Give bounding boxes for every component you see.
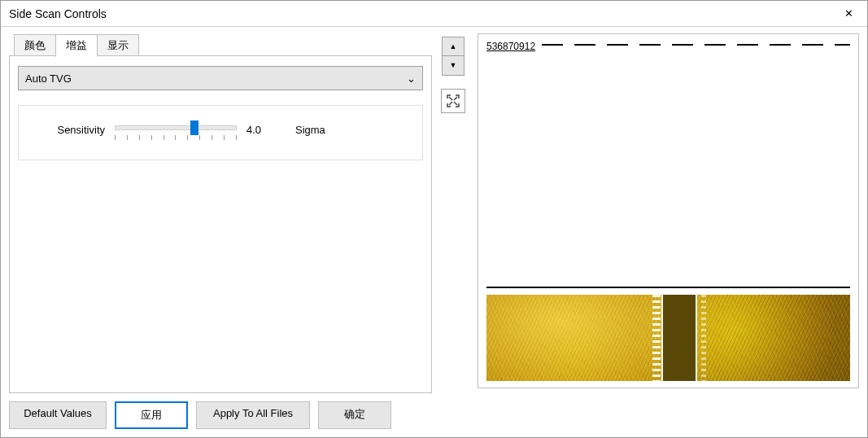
tvg-mode-dropdown[interactable]: Auto TVG ⌄ — [18, 66, 423, 90]
preview-controls-column: ▲ ▼ — [437, 33, 469, 429]
nadir-track — [661, 295, 697, 381]
preview-spacer — [486, 194, 850, 280]
nadir-line-right — [696, 295, 697, 381]
expand-icon — [446, 94, 460, 108]
preview-scale-area: 536870912 — [486, 41, 850, 194]
sensitivity-group: Sensitivity 4.0 Sigma — [18, 105, 423, 160]
sensitivity-unit: Sigma — [295, 124, 325, 136]
slider-rail — [115, 125, 237, 130]
nadir-edge-left — [652, 295, 661, 381]
controls-column: 颜色 增益 显示 Auto TVG ⌄ Sensitivity — [9, 33, 432, 429]
arrow-down-icon: ▼ — [450, 62, 457, 69]
slider-ticks — [115, 135, 237, 142]
close-button[interactable]: ✕ — [831, 1, 867, 27]
side-scan-controls-dialog: Side Scan Controls ✕ 颜色 增益 显示 Auto TVG ⌄… — [0, 0, 868, 438]
tab-color[interactable]: 颜色 — [14, 34, 56, 57]
updown-stepper: ▲ ▼ — [442, 37, 465, 76]
dialog-body: 颜色 增益 显示 Auto TVG ⌄ Sensitivity — [1, 27, 867, 437]
slider-thumb[interactable] — [190, 120, 198, 135]
preview-pane: 536870912 — [478, 33, 859, 388]
step-down-button[interactable]: ▼ — [442, 56, 465, 76]
sensitivity-slider[interactable] — [115, 117, 237, 142]
arrow-up-icon: ▲ — [450, 43, 457, 50]
sensitivity-label: Sensitivity — [32, 124, 105, 136]
preview-column: 536870912 — [478, 33, 859, 429]
scale-ruler — [542, 44, 850, 46]
tab-gain[interactable]: 增益 — [55, 34, 98, 57]
tab-display[interactable]: 显示 — [97, 34, 139, 57]
preview-divider — [486, 287, 850, 288]
sonar-waterfall-image — [486, 295, 850, 381]
chevron-down-icon: ⌄ — [407, 73, 416, 84]
scale-value: 536870912 — [486, 41, 535, 52]
nadir-fill — [663, 295, 696, 381]
gain-panel: Auto TVG ⌄ Sensitivity 4.0 Sigma — [9, 55, 432, 393]
apply-all-button[interactable]: Apply To All Files — [196, 401, 310, 429]
button-row: Default Values 应用 Apply To All Files 确定 — [9, 401, 432, 429]
sensitivity-value: 4.0 — [246, 124, 271, 136]
nadir-edge-right — [701, 295, 706, 381]
ok-button[interactable]: 确定 — [318, 401, 391, 429]
tabs: 颜色 增益 显示 — [9, 33, 432, 56]
step-up-button[interactable]: ▲ — [442, 37, 465, 56]
expand-button[interactable] — [441, 89, 465, 113]
window-title: Side Scan Controls — [9, 7, 831, 20]
titlebar: Side Scan Controls ✕ — [1, 1, 867, 27]
tvg-mode-selected: Auto TVG — [25, 72, 72, 85]
close-icon: ✕ — [844, 7, 853, 20]
apply-button[interactable]: 应用 — [115, 401, 188, 429]
default-values-button[interactable]: Default Values — [9, 401, 107, 429]
